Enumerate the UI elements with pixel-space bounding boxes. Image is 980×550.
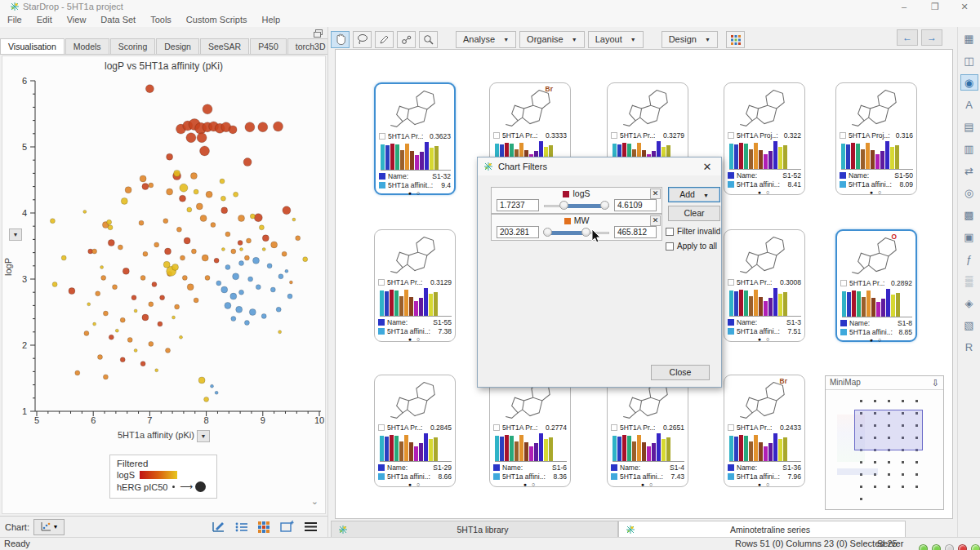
scatter-point[interactable] — [197, 133, 207, 143]
scatter-point[interactable] — [75, 370, 80, 375]
keyboard-grid-icon[interactable]: ▒ — [960, 273, 978, 289]
scatter-point[interactable] — [250, 214, 255, 219]
scatter-point[interactable] — [115, 329, 118, 332]
dim-table-icon[interactable]: ▤ — [960, 118, 978, 135]
visualisation-icon[interactable]: ◉ — [960, 74, 978, 91]
scatter-point[interactable] — [140, 275, 145, 280]
property-checkbox[interactable] — [611, 132, 617, 139]
color-grid-icon[interactable] — [258, 521, 270, 533]
scatter-point[interactable] — [211, 223, 216, 228]
analyse-dropdown[interactable]: Analyse▼ — [456, 31, 516, 48]
remove-filter-button[interactable]: ✕ — [650, 215, 661, 226]
scatter-point[interactable] — [234, 192, 238, 197]
scatter-point[interactable] — [287, 294, 292, 299]
molecule-card[interactable]: 5HT1A Proj..:0.322Name:S1-525HT1a affini… — [724, 82, 805, 195]
x-axis-dropdown[interactable]: ▼ — [197, 430, 210, 442]
layout-dropdown[interactable]: Layout▼ — [588, 31, 644, 48]
scatter-point[interactable] — [221, 248, 225, 251]
filter-min-input[interactable] — [497, 199, 539, 211]
scatter-point[interactable] — [134, 309, 137, 313]
tab-visualisation[interactable]: Visualisation — [0, 38, 65, 55]
scatter-point[interactable] — [278, 274, 283, 279]
scatter-point[interactable] — [261, 313, 266, 318]
scatter-point[interactable] — [191, 249, 196, 254]
scatter-point[interactable] — [225, 264, 230, 269]
chart-type-dropdown[interactable]: ▼ — [33, 519, 65, 535]
scatter-point[interactable] — [225, 232, 230, 237]
scatter-point[interactable] — [103, 375, 108, 379]
tab-design[interactable]: Design — [156, 38, 199, 54]
scatter-point[interactable] — [204, 397, 209, 401]
scatter-point[interactable] — [190, 173, 197, 180]
scatter-point[interactable] — [180, 335, 183, 339]
scatter-point[interactable] — [259, 225, 264, 230]
menu-item-edit[interactable]: Edit — [29, 13, 60, 27]
scatter-point[interactable] — [155, 369, 158, 372]
scatter-point[interactable] — [149, 341, 154, 346]
apply-to-all-checkbox[interactable]: Apply to all — [666, 242, 717, 251]
scatter-point[interactable] — [152, 282, 157, 287]
menu-item-custom-scripts[interactable]: Custom Scripts — [179, 13, 255, 27]
scatter-point[interactable] — [108, 225, 113, 230]
scatter-point[interactable] — [285, 269, 288, 273]
scatter-point[interactable] — [120, 317, 125, 322]
scatter-point[interactable] — [205, 275, 210, 280]
scatter-point[interactable] — [165, 248, 172, 255]
scatter-point[interactable] — [220, 179, 225, 184]
organise-dropdown[interactable]: Organise▼ — [519, 31, 585, 48]
scatter-point[interactable] — [221, 286, 228, 293]
scatter-point[interactable] — [163, 219, 168, 224]
transpose-icon[interactable]: ⇄ — [960, 162, 978, 179]
card-page-dots[interactable]: ● ○ — [728, 481, 801, 487]
property-checkbox[interactable] — [379, 133, 385, 140]
tab-models[interactable]: Models — [65, 38, 109, 54]
back-button[interactable]: ← — [897, 29, 918, 46]
scatter-point[interactable] — [203, 104, 212, 114]
property-checkbox[interactable] — [728, 279, 734, 286]
scatter-point[interactable] — [248, 277, 253, 282]
card-page-dots[interactable]: ● ○ — [840, 189, 913, 195]
scatter-point[interactable] — [127, 338, 132, 343]
scatter-point[interactable] — [96, 291, 100, 296]
scatter-point[interactable] — [98, 355, 103, 360]
molecule-card[interactable]: 5HT1A Pr..:0.2651Name:S1-45HT1a affini..… — [607, 375, 688, 487]
pan-tool-button[interactable] — [331, 31, 350, 48]
minimize-button[interactable]: – — [890, 0, 918, 13]
grid-layout-button[interactable] — [726, 31, 745, 48]
property-checkbox[interactable] — [840, 132, 846, 139]
scatter-point[interactable] — [258, 122, 268, 132]
dialog-close-button[interactable]: Close — [651, 365, 710, 380]
y-axis-dropdown[interactable]: ▼ — [9, 228, 22, 241]
scatter-point[interactable] — [167, 189, 173, 195]
menu-item-tools[interactable]: Tools — [143, 13, 179, 27]
scatter-point[interactable] — [239, 261, 244, 266]
clear-filters-button[interactable]: Clear — [668, 206, 720, 221]
structure-tool-button[interactable] — [397, 31, 416, 48]
scatter-point[interactable] — [200, 215, 207, 222]
scatter-point[interactable] — [154, 242, 159, 247]
pencil-tool-button[interactable] — [375, 31, 394, 48]
dataset-tab-1[interactable]: 5HT1a library — [331, 521, 618, 539]
scatter-point[interactable] — [276, 307, 281, 312]
column-view-icon[interactable]: ▥ — [960, 140, 978, 157]
scatter-point[interactable] — [292, 218, 296, 221]
scatter-point[interactable] — [303, 257, 308, 262]
scatter-point[interactable] — [200, 146, 210, 156]
scatter-point[interactable] — [140, 361, 145, 366]
scatter-point[interactable] — [143, 251, 148, 256]
card-page-dots[interactable]: ● ○ — [840, 337, 912, 343]
scatter-point[interactable] — [145, 85, 154, 93]
property-checkbox[interactable] — [378, 279, 385, 286]
molecule-card[interactable]: Br5HT1A Pr..:0.2433Name:S1-365HT1a affin… — [724, 375, 805, 487]
scatter-point[interactable] — [233, 273, 239, 280]
edit-chart-icon[interactable] — [212, 521, 225, 533]
scatter-point[interactable] — [149, 183, 154, 188]
scatter-point[interactable] — [84, 330, 89, 335]
scatter-point[interactable] — [282, 251, 287, 256]
lasso-tool-button[interactable] — [353, 31, 372, 48]
rgroup-icon[interactable]: R — [960, 339, 978, 355]
card-page-dots[interactable]: ● ○ — [379, 190, 451, 196]
filter-max-input[interactable] — [614, 226, 657, 238]
chevron-down-icon[interactable]: ⌄ — [311, 496, 318, 507]
scatter-point[interactable] — [214, 258, 219, 263]
